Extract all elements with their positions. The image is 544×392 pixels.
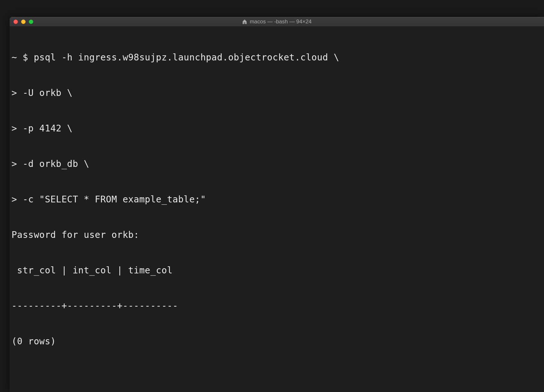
- traffic-lights: [10, 20, 33, 24]
- terminal-line: ---------+---------+----------: [12, 300, 542, 312]
- terminal-body[interactable]: ~ $ psql -h ingress.w98sujpz.launchpad.o…: [10, 27, 544, 392]
- svg-rect-0: [244, 23, 245, 24]
- close-button[interactable]: [13, 20, 18, 24]
- terminal-line: (0 rows): [12, 335, 542, 347]
- minimize-button[interactable]: [21, 20, 26, 24]
- terminal-line: str_col | int_col | time_col: [12, 264, 542, 276]
- terminal-window: macos — -bash — 94×24 ~ $ psql -h ingres…: [10, 17, 544, 392]
- home-icon: [242, 19, 247, 24]
- terminal-line: > -p 4142 \: [12, 122, 542, 134]
- maximize-button[interactable]: [29, 20, 33, 24]
- terminal-line: Password for user orkb:: [12, 229, 542, 241]
- window-title-text: macos — -bash — 94×24: [250, 19, 311, 25]
- terminal-line: > -U orkb \: [12, 87, 542, 99]
- titlebar[interactable]: macos — -bash — 94×24: [10, 17, 544, 27]
- terminal-line: > -c "SELECT * FROM example_table;": [12, 193, 542, 205]
- window-title: macos — -bash — 94×24: [242, 19, 311, 25]
- terminal-line: > -d orkb_db \: [12, 158, 542, 170]
- terminal-line: ~ $ psql -h ingress.w98sujpz.launchpad.o…: [12, 51, 542, 63]
